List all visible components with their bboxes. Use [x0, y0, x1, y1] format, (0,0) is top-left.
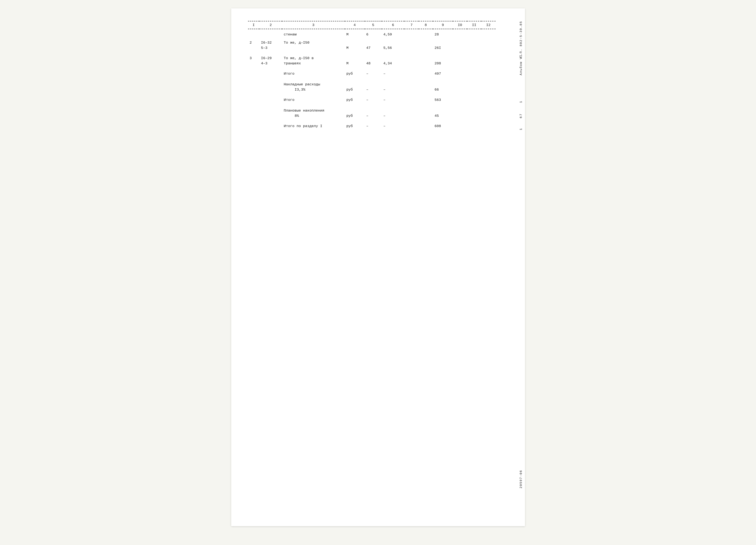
cell-r3-c3: То же, д–I50 в: [282, 55, 345, 61]
spacer5: [248, 77, 496, 82]
cell-r3b-c12: [481, 61, 496, 66]
cell-r2b-c9: 26I: [433, 46, 453, 50]
cell-r3-c7: [404, 55, 419, 61]
cell-it2-c8: [419, 97, 433, 103]
cell-r1-c7: [404, 32, 419, 37]
cell-r1-c1: [248, 32, 259, 37]
cell-pl-c10: [453, 108, 467, 114]
cell-ir-c1: [248, 123, 259, 129]
spacer: [248, 29, 496, 32]
col-header-11: II: [467, 21, 481, 29]
cell-it1-c2: [259, 71, 282, 77]
cell-plb-c10: [453, 114, 467, 118]
cell-ir-c5: –: [365, 123, 382, 129]
cell-nakb-c4: руб: [345, 87, 365, 92]
cell-plb-c4: руб: [345, 114, 365, 118]
cell-r3-c2: I6–29: [259, 55, 282, 61]
col-header-8: 8: [419, 21, 433, 29]
cell-nak-c4: [345, 82, 365, 87]
cell-pl-c1: [248, 108, 259, 114]
cell-r3-c6: [382, 55, 405, 61]
cell-it2-c3: Итого: [282, 97, 345, 103]
cell-plb-c6: –: [382, 114, 405, 118]
cell-r1-c10: [453, 32, 467, 37]
cell-r3-c4: [345, 55, 365, 61]
cell-pl-c12: [481, 108, 496, 114]
cell-it1-c7: [404, 71, 419, 77]
col-header-10: IO: [453, 21, 467, 29]
cell-it1-c3: Итого: [282, 71, 345, 77]
cell-plb-c3: 8%: [282, 114, 345, 118]
cell-r2b-c2: 5–3: [259, 46, 282, 50]
cell-r2b-c11: [467, 46, 481, 50]
cell-r1-c9: 28: [433, 32, 453, 37]
col-header-4: 4: [345, 21, 365, 29]
cell-nakb-c8: [419, 87, 433, 92]
cell-r2-c10: [453, 40, 467, 46]
table-row-3: 3 I6–29 То же, д–I50 в: [248, 55, 496, 61]
cell-plb-c2: [259, 114, 282, 118]
cell-r3-c8: [419, 55, 433, 61]
cell-ir-c7: [404, 123, 419, 129]
cell-ir-c11: [467, 123, 481, 129]
cell-it2-c7: [404, 97, 419, 103]
cell-ir-c3: Итого по разделу I: [282, 123, 345, 129]
cell-it1-c4: руб: [345, 71, 365, 77]
table-row-itogo-razd: Итого по разделу I руб – – 608: [248, 123, 496, 129]
cell-nakb-c1: [248, 87, 259, 92]
spacer2: [248, 37, 496, 40]
cell-it1-c1: [248, 71, 259, 77]
cell-it1-c9: 497: [433, 71, 453, 77]
cell-r3b-c6: 4,34: [382, 61, 405, 66]
cell-r1-c6: 4,59: [382, 32, 405, 37]
table-row-2: 2 I6–32 То же, д–I50: [248, 40, 496, 46]
cell-plb-c8: [419, 114, 433, 118]
spacer8: [248, 118, 496, 123]
table-row-2b: 5–3 М 47 5,56 26I: [248, 46, 496, 50]
cell-nak-c9: [433, 82, 453, 87]
cell-pl-c4: [345, 108, 365, 114]
cell-nak-c8: [419, 82, 433, 87]
cell-it2-c4: руб: [345, 97, 365, 103]
cell-r1-c4: М: [345, 32, 365, 37]
cell-r2b-c4: М: [345, 46, 365, 50]
cell-r3-c1: 3: [248, 55, 259, 61]
cell-ir-c4: руб: [345, 123, 365, 129]
cell-nak-c12: [481, 82, 496, 87]
cell-r2-c7: [404, 40, 419, 46]
cell-nakb-c10: [453, 87, 467, 92]
cell-nak-c1: [248, 82, 259, 87]
cell-pl-c11: [467, 108, 481, 114]
col-header-7: 7: [404, 21, 419, 29]
spacer4: [248, 66, 496, 71]
cell-r2-c3: То же, д–I50: [282, 40, 345, 46]
col-header-1: I: [248, 21, 259, 29]
right-label-page-range: 67: [519, 113, 523, 118]
cell-nakb-c12: [481, 87, 496, 92]
cell-plb-c7: [404, 114, 419, 118]
right-label-middle: Альбом VI: [519, 55, 523, 75]
cell-ir-c6: –: [382, 123, 405, 129]
cell-r3b-c5: 48: [365, 61, 382, 66]
table-row-nakladnye: Накладные расходы: [248, 82, 496, 87]
cell-pl-c3: Плановые накопления: [282, 108, 345, 114]
cell-it1-c12: [481, 71, 496, 77]
table-header-row: I 2 3 4 5 6 7 8 9 IO II I2: [248, 21, 496, 29]
cell-ir-c2: [259, 123, 282, 129]
cell-r3-c5: [365, 55, 382, 61]
table-row-planovye: Плановые накопления: [248, 108, 496, 114]
cell-r2b-c12: [481, 46, 496, 50]
cell-it1-c8: [419, 71, 433, 77]
cell-it2-c12: [481, 97, 496, 103]
cell-pl-c7: [404, 108, 419, 114]
right-label-doc-num: 20597-06: [519, 470, 523, 488]
cell-it2-c2: [259, 97, 282, 103]
cell-ir-c8: [419, 123, 433, 129]
cell-nak-c3: Накладные расходы: [282, 82, 345, 87]
cell-r3b-c9: 208: [433, 61, 453, 66]
cell-nak-c6: [382, 82, 405, 87]
cell-ir-c10: [453, 123, 467, 129]
cell-r1-c2: [259, 32, 282, 37]
cell-nakb-c6: –: [382, 87, 405, 92]
cell-r2-c2: I6–32: [259, 40, 282, 46]
